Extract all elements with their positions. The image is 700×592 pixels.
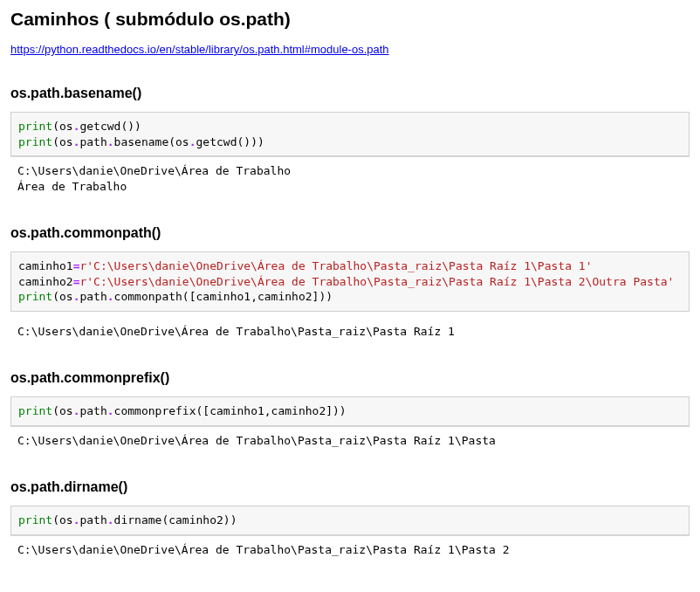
output-cell-basename: C:\Users\danie\OneDrive\Área de Trabalho…	[10, 157, 690, 196]
output-cell-commonpath: C:\Users\danie\OneDrive\Área de Trabalho…	[10, 312, 690, 341]
code-cell-dirname: print(os.path.dirname(caminho2))	[10, 506, 690, 535]
section-heading-basename: os.path.basename()	[10, 86, 690, 101]
section-heading-commonpath: os.path.commonpath()	[10, 225, 690, 241]
output-cell-dirname: C:\Users\danie\OneDrive\Área de Trabalho…	[10, 536, 690, 560]
doc-link[interactable]: https://python.readthedocs.io/en/stable/…	[10, 43, 389, 56]
code-cell-commonprefix: print(os.path.commonprefix([caminho1,cam…	[10, 396, 690, 426]
section-heading-dirname: os.path.dirname()	[10, 479, 690, 495]
code-cell-commonpath: caminho1=r'C:\Users\danie\OneDrive\Área …	[10, 251, 690, 312]
section-heading-commonprefix: os.path.commonprefix()	[10, 370, 690, 386]
output-cell-commonprefix: C:\Users\danie\OneDrive\Área de Trabalho…	[10, 427, 690, 451]
page-title: Caminhos ( submódulo os.path)	[10, 9, 690, 30]
code-cell-basename: print(os.getcwd()) print(os.path.basenam…	[10, 112, 690, 156]
